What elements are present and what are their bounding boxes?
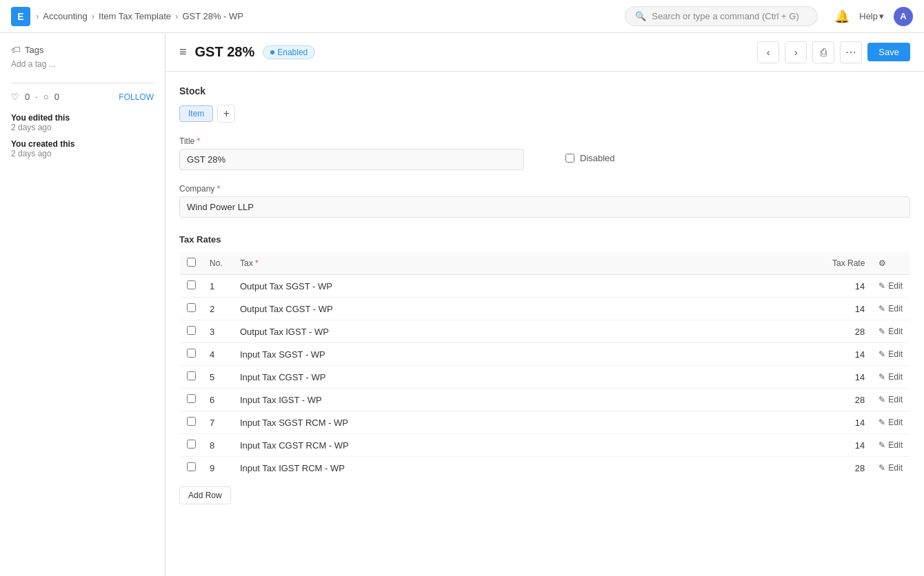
- row-edit-5: ✎ Edit: [872, 389, 910, 411]
- row-checkbox-0[interactable]: [187, 280, 196, 289]
- breadcrumb-separator-2: ›: [175, 11, 178, 21]
- header-checkbox-col: [180, 252, 203, 275]
- app-body: 🏷 Tags Add a tag ... ♡ 0 · ○ 0 FOLLOW Yo…: [0, 33, 924, 576]
- edit-button-1[interactable]: ✎ Edit: [878, 304, 903, 313]
- disabled-label[interactable]: Disabled: [580, 153, 615, 163]
- disabled-checkbox[interactable]: [565, 154, 574, 163]
- gear-icon[interactable]: ⚙: [878, 258, 886, 268]
- search-bar[interactable]: 🔍 Search or type a command (Ctrl + G): [625, 6, 818, 26]
- user-avatar[interactable]: A: [894, 7, 913, 26]
- edit-button-2[interactable]: ✎ Edit: [878, 327, 903, 336]
- row-checkbox-7[interactable]: [187, 440, 196, 449]
- edit-button-7[interactable]: ✎ Edit: [878, 440, 903, 450]
- sidebar-divider-1: [11, 83, 154, 83]
- row-edit-2: ✎ Edit: [872, 320, 910, 343]
- add-row-button[interactable]: Add Row: [179, 486, 231, 504]
- header-no: No.: [203, 252, 233, 275]
- main-content: ≡ GST 28% Enabled ‹ › ⎙ ··· Save Stock I…: [165, 33, 924, 576]
- row-tax-5: Input Tax IGST - WP: [233, 389, 696, 411]
- row-edit-8: ✎ Edit: [872, 457, 910, 480]
- pencil-icon-3: ✎: [878, 349, 885, 359]
- edit-button-8[interactable]: ✎ Edit: [878, 463, 903, 473]
- pencil-icon-0: ✎: [878, 281, 885, 291]
- follow-button[interactable]: FOLLOW: [119, 92, 154, 102]
- row-checkbox-cell-5: [180, 389, 203, 411]
- row-no-5: 6: [203, 389, 233, 411]
- breadcrumb-current[interactable]: GST 28% - WP: [182, 11, 243, 21]
- dot-separator: ·: [35, 92, 38, 102]
- doc-title: GST 28%: [195, 44, 255, 60]
- tax-rates-section: Tax Rates No. Tax * Tax Rate: [179, 234, 910, 504]
- row-tax-4: Input Tax CGST - WP: [233, 366, 696, 389]
- breadcrumb-separator-0: ›: [36, 11, 39, 21]
- title-required: *: [197, 136, 201, 146]
- doc-actions: ‹ › ⎙ ··· Save: [757, 41, 910, 63]
- prev-button[interactable]: ‹: [757, 41, 779, 63]
- app-logo[interactable]: E: [11, 7, 30, 26]
- header-gear: ⚙: [872, 252, 910, 275]
- row-checkbox-4[interactable]: [187, 371, 196, 380]
- comment-icon[interactable]: ○: [43, 92, 49, 102]
- title-input[interactable]: [179, 149, 524, 170]
- add-tag-button[interactable]: Add a tag ...: [11, 59, 154, 69]
- help-menu[interactable]: Help ▾: [859, 11, 884, 21]
- pencil-icon-8: ✎: [878, 463, 885, 473]
- header-tax: Tax *: [233, 252, 696, 275]
- row-checkbox-cell-6: [180, 411, 203, 434]
- tax-required: *: [255, 258, 259, 268]
- disabled-checkbox-group: Disabled: [565, 153, 615, 163]
- company-input[interactable]: [179, 196, 910, 218]
- sidebar: 🏷 Tags Add a tag ... ♡ 0 · ○ 0 FOLLOW Yo…: [0, 33, 165, 576]
- notification-bell[interactable]: 🔔: [834, 9, 850, 24]
- print-button[interactable]: ⎙: [812, 41, 834, 63]
- save-button[interactable]: Save: [867, 43, 910, 61]
- row-tax-1: Output Tax CGST - WP: [233, 298, 696, 320]
- table-row: 2 Output Tax CGST - WP 14 ✎ Edit: [180, 298, 910, 320]
- row-edit-3: ✎ Edit: [872, 343, 910, 366]
- add-tab-button[interactable]: +: [217, 105, 235, 123]
- row-no-2: 3: [203, 320, 233, 343]
- row-tax-6: Input Tax SGST RCM - WP: [233, 411, 696, 434]
- row-checkbox-1[interactable]: [187, 303, 196, 312]
- stock-section-label: Stock: [179, 85, 910, 96]
- doc-header: ≡ GST 28% Enabled ‹ › ⎙ ··· Save: [165, 33, 924, 72]
- edit-button-6[interactable]: ✎ Edit: [878, 418, 903, 427]
- more-button[interactable]: ···: [840, 41, 862, 63]
- row-checkbox-8[interactable]: [187, 462, 196, 471]
- hamburger-icon[interactable]: ≡: [179, 45, 187, 59]
- row-checkbox-6[interactable]: [187, 417, 196, 426]
- likes-row: ♡ 0 · ○ 0 FOLLOW: [11, 92, 154, 102]
- row-checkbox-5[interactable]: [187, 394, 196, 403]
- activity-item-1: You created this 2 days ago: [11, 139, 154, 158]
- edit-button-4[interactable]: ✎ Edit: [878, 372, 903, 382]
- row-checkbox-3[interactable]: [187, 349, 196, 358]
- row-tax-8: Input Tax IGST RCM - WP: [233, 457, 696, 480]
- title-field-group: Title *: [179, 136, 524, 170]
- header-tax-rate: Tax Rate: [696, 252, 872, 275]
- tab-item[interactable]: Item: [179, 105, 213, 122]
- row-checkbox-cell-3: [180, 343, 203, 366]
- row-rate-4: 14: [696, 366, 872, 389]
- row-tax-0: Output Tax SGST - WP: [233, 275, 696, 298]
- breadcrumb-accounting[interactable]: Accounting: [43, 11, 87, 21]
- table-row: 3 Output Tax IGST - WP 28 ✎ Edit: [180, 320, 910, 343]
- breadcrumb-item-tax-template[interactable]: Item Tax Template: [99, 11, 171, 21]
- table-row: 8 Input Tax CGST RCM - WP 14 ✎ Edit: [180, 434, 910, 457]
- navbar: E › Accounting › Item Tax Template › GST…: [0, 0, 924, 33]
- row-no-3: 4: [203, 343, 233, 366]
- row-checkbox-cell-0: [180, 275, 203, 298]
- edit-button-0[interactable]: ✎ Edit: [878, 281, 903, 291]
- edit-button-5[interactable]: ✎ Edit: [878, 395, 903, 404]
- select-all-checkbox[interactable]: [187, 258, 196, 267]
- next-button[interactable]: ›: [785, 41, 807, 63]
- row-checkbox-cell-2: [180, 320, 203, 343]
- heart-icon[interactable]: ♡: [11, 92, 19, 102]
- row-no-6: 7: [203, 411, 233, 434]
- row-edit-0: ✎ Edit: [872, 275, 910, 298]
- table-header-row: No. Tax * Tax Rate ⚙: [180, 252, 910, 275]
- row-checkbox-2[interactable]: [187, 326, 196, 335]
- row-edit-1: ✎ Edit: [872, 298, 910, 320]
- company-required: *: [217, 184, 221, 194]
- edit-button-3[interactable]: ✎ Edit: [878, 349, 903, 359]
- row-checkbox-cell-7: [180, 434, 203, 457]
